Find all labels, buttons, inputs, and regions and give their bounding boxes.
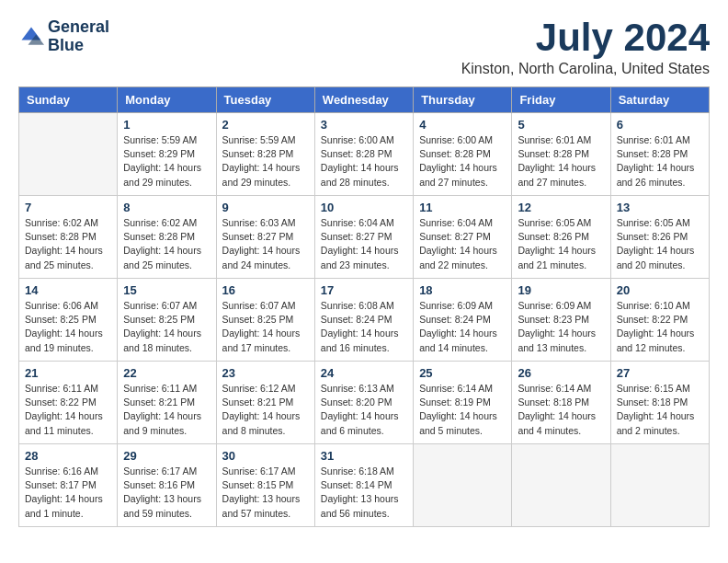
calendar-cell [512, 444, 610, 527]
calendar-week-row: 28Sunrise: 6:16 AM Sunset: 8:17 PM Dayli… [19, 444, 710, 527]
calendar-cell: 8Sunrise: 6:02 AM Sunset: 8:28 PM Daylig… [118, 196, 216, 279]
day-info: Sunrise: 6:05 AM Sunset: 8:26 PM Dayligh… [518, 216, 604, 272]
day-number: 6 [617, 118, 703, 132]
day-number: 4 [419, 118, 506, 132]
calendar-cell: 4Sunrise: 6:00 AM Sunset: 8:28 PM Daylig… [414, 113, 512, 196]
day-info: Sunrise: 6:11 AM Sunset: 8:22 PM Dayligh… [25, 382, 111, 438]
calendar-cell: 17Sunrise: 6:08 AM Sunset: 8:24 PM Dayli… [314, 279, 413, 362]
day-info: Sunrise: 6:00 AM Sunset: 8:28 PM Dayligh… [321, 133, 407, 190]
day-info: Sunrise: 6:16 AM Sunset: 8:17 PM Dayligh… [25, 465, 111, 521]
day-info: Sunrise: 6:13 AM Sunset: 8:20 PM Dayligh… [321, 382, 407, 438]
day-info: Sunrise: 6:01 AM Sunset: 8:28 PM Dayligh… [518, 133, 604, 190]
day-number: 3 [321, 118, 407, 132]
day-number: 22 [123, 366, 210, 380]
calendar-week-row: 1Sunrise: 5:59 AM Sunset: 8:29 PM Daylig… [19, 113, 710, 196]
day-info: Sunrise: 6:14 AM Sunset: 8:18 PM Dayligh… [518, 382, 604, 438]
day-info: Sunrise: 5:59 AM Sunset: 8:29 PM Dayligh… [123, 133, 210, 190]
day-info: Sunrise: 6:17 AM Sunset: 8:16 PM Dayligh… [123, 465, 210, 521]
header-tuesday: Tuesday [216, 87, 314, 113]
day-info: Sunrise: 6:04 AM Sunset: 8:27 PM Dayligh… [321, 216, 407, 272]
calendar-cell: 3Sunrise: 6:00 AM Sunset: 8:28 PM Daylig… [314, 113, 413, 196]
title-block: July 2024 Kinston, North Carolina, Unite… [461, 18, 710, 77]
day-info: Sunrise: 6:12 AM Sunset: 8:21 PM Dayligh… [222, 382, 309, 438]
day-number: 15 [123, 283, 210, 297]
day-info: Sunrise: 6:15 AM Sunset: 8:18 PM Dayligh… [617, 382, 703, 438]
header-monday: Monday [118, 87, 216, 113]
day-info: Sunrise: 6:05 AM Sunset: 8:26 PM Dayligh… [617, 216, 703, 272]
day-info: Sunrise: 6:18 AM Sunset: 8:14 PM Dayligh… [321, 465, 407, 521]
day-info: Sunrise: 6:09 AM Sunset: 8:23 PM Dayligh… [518, 299, 604, 355]
header-saturday: Saturday [610, 87, 709, 113]
day-number: 9 [222, 201, 309, 214]
day-info: Sunrise: 6:06 AM Sunset: 8:25 PM Dayligh… [25, 299, 111, 355]
calendar-cell: 11Sunrise: 6:04 AM Sunset: 8:27 PM Dayli… [414, 196, 512, 279]
day-number: 17 [321, 283, 407, 297]
calendar-cell: 14Sunrise: 6:06 AM Sunset: 8:25 PM Dayli… [19, 279, 118, 362]
location-label: Kinston, North Carolina, United States [461, 61, 710, 77]
day-number: 26 [518, 366, 604, 380]
logo-icon [18, 24, 44, 50]
month-year-title: July 2024 [461, 18, 710, 57]
header-friday: Friday [512, 87, 610, 113]
calendar-cell: 9Sunrise: 6:03 AM Sunset: 8:27 PM Daylig… [216, 196, 314, 279]
calendar-cell: 1Sunrise: 5:59 AM Sunset: 8:29 PM Daylig… [118, 113, 216, 196]
calendar-cell: 15Sunrise: 6:07 AM Sunset: 8:25 PM Dayli… [118, 279, 216, 362]
day-number: 21 [25, 366, 111, 380]
day-info: Sunrise: 6:14 AM Sunset: 8:19 PM Dayligh… [419, 382, 506, 438]
day-number: 19 [518, 283, 604, 297]
day-info: Sunrise: 6:08 AM Sunset: 8:24 PM Dayligh… [321, 299, 407, 355]
header-thursday: Thursday [414, 87, 512, 113]
calendar-cell: 29Sunrise: 6:17 AM Sunset: 8:16 PM Dayli… [118, 444, 216, 527]
day-number: 7 [25, 201, 111, 214]
day-info: Sunrise: 5:59 AM Sunset: 8:28 PM Dayligh… [222, 133, 309, 190]
calendar-cell: 13Sunrise: 6:05 AM Sunset: 8:26 PM Dayli… [610, 196, 709, 279]
calendar-cell: 28Sunrise: 6:16 AM Sunset: 8:17 PM Dayli… [19, 444, 118, 527]
calendar-header-row: SundayMondayTuesdayWednesdayThursdayFrid… [19, 87, 710, 113]
day-number: 24 [321, 366, 407, 380]
day-number: 31 [321, 449, 407, 463]
calendar-cell: 6Sunrise: 6:01 AM Sunset: 8:28 PM Daylig… [610, 113, 709, 196]
calendar-cell [414, 444, 512, 527]
day-info: Sunrise: 6:02 AM Sunset: 8:28 PM Dayligh… [25, 216, 111, 272]
day-number: 8 [123, 201, 210, 214]
day-number: 29 [123, 449, 210, 463]
day-number: 13 [617, 201, 703, 214]
day-info: Sunrise: 6:04 AM Sunset: 8:27 PM Dayligh… [419, 216, 506, 272]
calendar-cell [19, 113, 118, 196]
day-number: 23 [222, 366, 309, 380]
header-sunday: Sunday [19, 87, 118, 113]
calendar-cell: 5Sunrise: 6:01 AM Sunset: 8:28 PM Daylig… [512, 113, 610, 196]
day-number: 10 [321, 201, 407, 214]
calendar-cell: 23Sunrise: 6:12 AM Sunset: 8:21 PM Dayli… [216, 362, 314, 444]
calendar-cell: 21Sunrise: 6:11 AM Sunset: 8:22 PM Dayli… [19, 362, 118, 444]
day-number: 16 [222, 283, 309, 297]
calendar-cell: 12Sunrise: 6:05 AM Sunset: 8:26 PM Dayli… [512, 196, 610, 279]
calendar-cell: 24Sunrise: 6:13 AM Sunset: 8:20 PM Dayli… [314, 362, 413, 444]
day-number: 2 [222, 118, 309, 132]
day-info: Sunrise: 6:00 AM Sunset: 8:28 PM Dayligh… [419, 133, 506, 190]
calendar-cell: 25Sunrise: 6:14 AM Sunset: 8:19 PM Dayli… [414, 362, 512, 444]
calendar-week-row: 21Sunrise: 6:11 AM Sunset: 8:22 PM Dayli… [19, 362, 710, 444]
day-number: 12 [518, 201, 604, 214]
calendar-table: SundayMondayTuesdayWednesdayThursdayFrid… [18, 86, 710, 527]
day-number: 18 [419, 283, 506, 297]
calendar-cell: 27Sunrise: 6:15 AM Sunset: 8:18 PM Dayli… [610, 362, 709, 444]
day-info: Sunrise: 6:02 AM Sunset: 8:28 PM Dayligh… [123, 216, 210, 272]
day-number: 30 [222, 449, 309, 463]
day-info: Sunrise: 6:03 AM Sunset: 8:27 PM Dayligh… [222, 216, 309, 272]
calendar-week-row: 7Sunrise: 6:02 AM Sunset: 8:28 PM Daylig… [19, 196, 710, 279]
day-info: Sunrise: 6:07 AM Sunset: 8:25 PM Dayligh… [222, 299, 309, 355]
logo: General Blue [18, 18, 109, 55]
calendar-cell: 31Sunrise: 6:18 AM Sunset: 8:14 PM Dayli… [314, 444, 413, 527]
day-number: 14 [25, 283, 111, 297]
day-number: 20 [617, 283, 703, 297]
day-number: 28 [25, 449, 111, 463]
page-header: General Blue July 2024 Kinston, North Ca… [18, 18, 710, 77]
calendar-cell: 30Sunrise: 6:17 AM Sunset: 8:15 PM Dayli… [216, 444, 314, 527]
calendar-cell: 10Sunrise: 6:04 AM Sunset: 8:27 PM Dayli… [314, 196, 413, 279]
calendar-cell: 7Sunrise: 6:02 AM Sunset: 8:28 PM Daylig… [19, 196, 118, 279]
calendar-cell: 19Sunrise: 6:09 AM Sunset: 8:23 PM Dayli… [512, 279, 610, 362]
header-wednesday: Wednesday [314, 87, 413, 113]
day-number: 5 [518, 118, 604, 132]
day-info: Sunrise: 6:09 AM Sunset: 8:24 PM Dayligh… [419, 299, 506, 355]
